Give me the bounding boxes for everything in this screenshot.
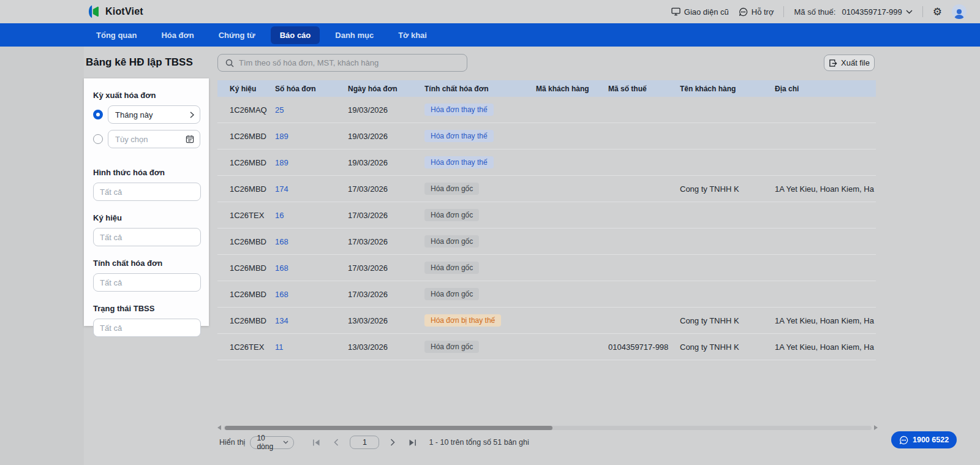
chevron-down-icon bbox=[906, 10, 913, 14]
cell-tinh-chat: Hóa đơn thay thế bbox=[424, 130, 536, 142]
table-row[interactable]: 1C26TEX 16 17/03/2026 Hóa đơn gốc bbox=[217, 202, 876, 229]
chevron-right-icon bbox=[190, 112, 194, 118]
monitor-icon bbox=[671, 7, 680, 16]
tbss-status-filter[interactable] bbox=[93, 319, 201, 337]
invoice-nature-badge: Hóa đơn gốc bbox=[424, 235, 479, 248]
search-input[interactable] bbox=[239, 58, 459, 67]
scroll-right-arrow-icon[interactable] bbox=[874, 425, 878, 430]
invoice-number-link[interactable]: 25 bbox=[275, 105, 348, 115]
invoice-number-link[interactable]: 189 bbox=[275, 158, 348, 167]
table-header-row: Ký hiệu Số hóa đơn Ngày hóa đơn Tính chấ… bbox=[217, 80, 876, 97]
avatar[interactable] bbox=[952, 4, 967, 19]
cell-ma-so-thue: 0104359717-998 bbox=[608, 342, 680, 352]
invoice-nature-badge: Hóa đơn thay thế bbox=[424, 130, 494, 142]
scrollbar-track[interactable] bbox=[224, 426, 872, 430]
invoice-nature-badge: Hóa đơn gốc bbox=[424, 288, 479, 300]
filter-label-symbol: Ký hiệu bbox=[93, 213, 200, 222]
first-page-button[interactable] bbox=[312, 439, 320, 446]
invoice-number-link[interactable]: 174 bbox=[275, 184, 348, 194]
hotline-chat-button[interactable]: 1900 6522 bbox=[891, 431, 957, 448]
symbol-filter[interactable] bbox=[93, 228, 201, 246]
period-radio-custom[interactable] bbox=[93, 134, 103, 144]
col-ngay-hoa-don: Ngày hóa đơn bbox=[348, 85, 424, 93]
invoice-nature-badge: Hóa đơn gốc bbox=[424, 262, 479, 274]
tax-code-label: Mã số thuế: bbox=[794, 7, 835, 17]
invoice-number-link[interactable]: 134 bbox=[275, 316, 348, 325]
table-row[interactable]: 1C26MBD 189 19/03/2026 Hóa đơn thay thế bbox=[217, 123, 876, 149]
cell-ky-hieu: 1C26MBD bbox=[217, 237, 275, 246]
table-row[interactable]: 1C26MBD 174 17/03/2026 Hóa đơn gốc Cong … bbox=[217, 176, 876, 202]
search-box[interactable] bbox=[217, 54, 467, 72]
nav-tab-5[interactable]: Tờ khai bbox=[389, 26, 436, 44]
cell-ky-hieu: 1C26TEX bbox=[217, 211, 275, 220]
main-nav: Tổng quanHóa đơnChứng từBáo cáoDanh mụcT… bbox=[0, 23, 980, 47]
gear-icon[interactable]: ⚙ bbox=[933, 7, 942, 17]
chevron-down-icon bbox=[283, 440, 288, 444]
tax-code-selector[interactable]: Mã số thuế: 0104359717-999 bbox=[794, 7, 912, 17]
invoice-number-link[interactable]: 168 bbox=[275, 290, 348, 299]
cell-ngay-hoa-don: 13/03/2026 bbox=[348, 316, 424, 325]
cell-ngay-hoa-don: 19/03/2026 bbox=[348, 158, 424, 167]
table-body: 1C26MAQ 25 19/03/2026 Hóa đơn thay thế 1… bbox=[217, 97, 876, 360]
period-section-label: Kỳ xuất hóa đơn bbox=[93, 91, 200, 100]
scroll-left-arrow-icon[interactable] bbox=[217, 425, 221, 430]
period-select-custom[interactable]: Tùy chọn bbox=[108, 130, 200, 148]
invoice-number-link[interactable]: 168 bbox=[275, 263, 348, 273]
cell-ten-khach-hang: Cong ty TNHH K bbox=[680, 316, 775, 325]
search-icon bbox=[225, 59, 234, 67]
page-size-select[interactable]: 10 dòng bbox=[250, 436, 294, 449]
cell-tinh-chat: Hóa đơn bị thay thế bbox=[424, 314, 536, 327]
help-button[interactable]: Hỗ trợ bbox=[739, 7, 774, 17]
page-size-value: 10 dòng bbox=[257, 434, 283, 451]
cell-dia-chi: 1A Yet Kieu, Hoan Kiem, Ha No bbox=[775, 316, 876, 325]
horizontal-scrollbar[interactable] bbox=[217, 425, 878, 431]
current-page-input[interactable] bbox=[350, 436, 379, 449]
table-row[interactable]: 1C26MAQ 25 19/03/2026 Hóa đơn thay thế bbox=[217, 97, 876, 123]
chat-bubble-icon bbox=[899, 436, 908, 445]
col-dia-chi: Địa chỉ bbox=[775, 85, 876, 93]
invoice-number-link[interactable]: 11 bbox=[275, 342, 348, 352]
cell-tinh-chat: Hóa đơn gốc bbox=[424, 341, 536, 353]
scrollbar-thumb[interactable] bbox=[225, 426, 552, 430]
invoice-nature-filter[interactable] bbox=[93, 273, 201, 292]
cell-ky-hieu: 1C26MBD bbox=[217, 263, 275, 273]
nav-tab-3[interactable]: Báo cáo bbox=[271, 26, 320, 44]
page-title: Bảng kê HĐ lập TBSS bbox=[86, 56, 193, 69]
invoice-form-filter[interactable] bbox=[93, 183, 201, 201]
invoice-nature-badge: Hóa đơn thay thế bbox=[424, 104, 494, 116]
period-radio-this-month[interactable] bbox=[93, 110, 103, 119]
nav-tab-0[interactable]: Tổng quan bbox=[87, 26, 146, 44]
cell-ky-hieu: 1C26MBD bbox=[217, 184, 275, 194]
table-row[interactable]: 1C26MBD 134 13/03/2026 Hóa đơn bị thay t… bbox=[217, 308, 876, 334]
cell-dia-chi: 1A Yet Kieu, Hoan Kiem, Ha No bbox=[775, 184, 876, 194]
hotline-number: 1900 6522 bbox=[913, 436, 949, 444]
export-file-button[interactable]: Xuất file bbox=[824, 55, 875, 71]
table-row[interactable]: 1C26MBD 189 19/03/2026 Hóa đơn thay thế bbox=[217, 149, 876, 176]
export-icon bbox=[829, 59, 837, 67]
period-select-this-month[interactable]: Tháng này bbox=[108, 105, 200, 124]
old-ui-label: Giao diện cũ bbox=[684, 7, 729, 17]
pagination-bar: Hiển thị 10 dòng 1 - 10 trên tổng số 51 … bbox=[219, 434, 529, 450]
col-ma-so-thue: Mã số thuế bbox=[608, 85, 680, 93]
table-row[interactable]: 1C26TEX 11 13/03/2026 Hóa đơn gốc 010435… bbox=[217, 334, 876, 360]
table-row[interactable]: 1C26MBD 168 17/03/2026 Hóa đơn gốc bbox=[217, 229, 876, 255]
invoice-number-link[interactable]: 16 bbox=[275, 211, 348, 220]
kiotviet-logo-icon bbox=[86, 4, 100, 19]
left-gutter bbox=[0, 47, 84, 465]
last-page-button[interactable] bbox=[409, 439, 417, 446]
old-ui-button[interactable]: Giao diện cũ bbox=[671, 7, 729, 17]
nav-tab-2[interactable]: Chứng từ bbox=[209, 26, 265, 44]
nav-tab-4[interactable]: Danh mục bbox=[326, 26, 383, 44]
top-bar: KiotViet Giao diện cũ Hỗ t bbox=[0, 0, 980, 23]
table-row[interactable]: 1C26MBD 168 17/03/2026 Hóa đơn gốc bbox=[217, 281, 876, 308]
next-page-button[interactable] bbox=[390, 439, 395, 446]
table-row[interactable]: 1C26MBD 168 17/03/2026 Hóa đơn gốc bbox=[217, 255, 876, 281]
help-label: Hỗ trợ bbox=[752, 7, 774, 17]
invoice-nature-badge: Hóa đơn gốc bbox=[424, 341, 479, 353]
invoice-number-link[interactable]: 189 bbox=[275, 132, 348, 141]
cell-tinh-chat: Hóa đơn gốc bbox=[424, 209, 536, 221]
cell-ngay-hoa-don: 17/03/2026 bbox=[348, 263, 424, 273]
previous-page-button[interactable] bbox=[334, 439, 339, 446]
invoice-number-link[interactable]: 168 bbox=[275, 237, 348, 246]
nav-tab-1[interactable]: Hóa đơn bbox=[152, 26, 203, 44]
